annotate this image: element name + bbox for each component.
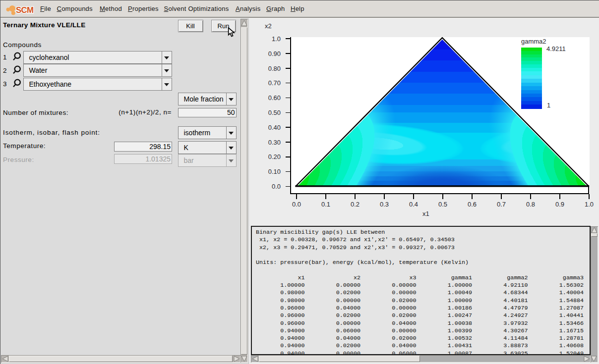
svg-text:SCM: SCM xyxy=(16,5,34,15)
